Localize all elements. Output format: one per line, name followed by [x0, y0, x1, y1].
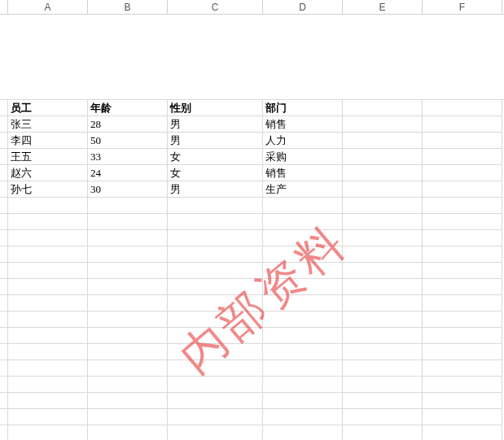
cell-empty[interactable]: [263, 328, 343, 344]
cell-empty[interactable]: [263, 409, 343, 425]
cell-empty[interactable]: [343, 344, 423, 360]
col-header-B[interactable]: B: [88, 0, 168, 14]
cell-empty[interactable]: [88, 279, 168, 295]
cell[interactable]: 男: [168, 133, 263, 149]
header-employee[interactable]: 员工: [8, 100, 88, 116]
cell[interactable]: 销售: [263, 165, 343, 181]
cell[interactable]: [423, 181, 502, 198]
cell-empty[interactable]: [263, 263, 343, 279]
cell-empty[interactable]: [263, 344, 343, 360]
cell[interactable]: [343, 116, 423, 133]
cell-empty[interactable]: [343, 100, 423, 116]
cell[interactable]: 女: [168, 149, 263, 165]
cell[interactable]: [423, 133, 502, 149]
col-header-A[interactable]: A: [8, 0, 88, 14]
cell-empty[interactable]: [343, 328, 423, 344]
cell-empty[interactable]: [263, 425, 343, 440]
cell-empty[interactable]: [263, 311, 343, 328]
cell-empty[interactable]: [8, 425, 88, 440]
cell-empty[interactable]: [423, 377, 502, 393]
cell-empty[interactable]: [343, 279, 423, 295]
cell-empty[interactable]: [423, 100, 502, 116]
cell-empty[interactable]: [168, 279, 263, 295]
cell-empty[interactable]: [168, 246, 263, 263]
cell-empty[interactable]: [263, 198, 343, 214]
cell-empty[interactable]: [88, 311, 168, 328]
cell-empty[interactable]: [423, 230, 502, 246]
cell-empty[interactable]: [8, 246, 88, 263]
cell-empty[interactable]: [8, 198, 88, 214]
cell-empty[interactable]: [88, 344, 168, 360]
cell-empty[interactable]: [423, 198, 502, 214]
cell-empty[interactable]: [168, 295, 263, 311]
cell-empty[interactable]: [343, 246, 423, 263]
cell-empty[interactable]: [423, 425, 502, 440]
cell-empty[interactable]: [423, 344, 502, 360]
cell-empty[interactable]: [343, 311, 423, 328]
cell-empty[interactable]: [8, 263, 88, 279]
cell-empty[interactable]: [168, 198, 263, 214]
cell[interactable]: 生产: [263, 181, 343, 198]
cell-empty[interactable]: [168, 214, 263, 230]
cell-empty[interactable]: [343, 377, 423, 393]
cell-empty[interactable]: [8, 230, 88, 246]
col-header-E[interactable]: E: [343, 0, 423, 14]
cell-empty[interactable]: [168, 393, 263, 409]
cell-empty[interactable]: [8, 311, 88, 328]
cell-empty[interactable]: [423, 279, 502, 295]
cell[interactable]: [343, 133, 423, 149]
cell-empty[interactable]: [88, 214, 168, 230]
cell-empty[interactable]: [168, 328, 263, 344]
cell-empty[interactable]: [263, 360, 343, 377]
cell-empty[interactable]: [168, 230, 263, 246]
cell-empty[interactable]: [423, 393, 502, 409]
cell[interactable]: 30: [88, 181, 168, 198]
cell[interactable]: 李四: [8, 133, 88, 149]
header-department[interactable]: 部门: [263, 100, 343, 116]
cell-empty[interactable]: [423, 263, 502, 279]
cell-empty[interactable]: [168, 409, 263, 425]
cell-empty[interactable]: [263, 279, 343, 295]
cell-empty[interactable]: [343, 360, 423, 377]
cell-empty[interactable]: [88, 198, 168, 214]
cell-empty[interactable]: [343, 263, 423, 279]
cell-empty[interactable]: [423, 360, 502, 377]
col-header-C[interactable]: C: [168, 0, 263, 14]
col-header-D[interactable]: D: [263, 0, 343, 14]
cell-empty[interactable]: [423, 409, 502, 425]
cell-empty[interactable]: [423, 328, 502, 344]
cell[interactable]: 孙七: [8, 181, 88, 198]
cell[interactable]: 张三: [8, 116, 88, 133]
cell[interactable]: 赵六: [8, 165, 88, 181]
cell[interactable]: 销售: [263, 116, 343, 133]
cell[interactable]: 28: [88, 116, 168, 133]
cell-empty[interactable]: [8, 279, 88, 295]
cell-empty[interactable]: [88, 246, 168, 263]
cell-empty[interactable]: [8, 295, 88, 311]
cell[interactable]: [423, 116, 502, 133]
cell[interactable]: [343, 165, 423, 181]
cell[interactable]: 王五: [8, 149, 88, 165]
cell-empty[interactable]: [8, 377, 88, 393]
cell[interactable]: 33: [88, 149, 168, 165]
cell-empty[interactable]: [88, 409, 168, 425]
cell-empty[interactable]: [423, 246, 502, 263]
cell-empty[interactable]: [8, 393, 88, 409]
cell-empty[interactable]: [343, 393, 423, 409]
cell[interactable]: 50: [88, 133, 168, 149]
cell-empty[interactable]: [8, 328, 88, 344]
cell-empty[interactable]: [88, 377, 168, 393]
cell-empty[interactable]: [168, 344, 263, 360]
cell-empty[interactable]: [8, 344, 88, 360]
cell-empty[interactable]: [168, 263, 263, 279]
cell-empty[interactable]: [263, 295, 343, 311]
cell[interactable]: [423, 165, 502, 181]
cell-empty[interactable]: [88, 425, 168, 440]
cell-empty[interactable]: [88, 230, 168, 246]
cell[interactable]: 24: [88, 165, 168, 181]
cell-empty[interactable]: [343, 214, 423, 230]
cell[interactable]: 男: [168, 116, 263, 133]
cell-empty[interactable]: [88, 263, 168, 279]
cell[interactable]: 采购: [263, 149, 343, 165]
cell-empty[interactable]: [88, 393, 168, 409]
